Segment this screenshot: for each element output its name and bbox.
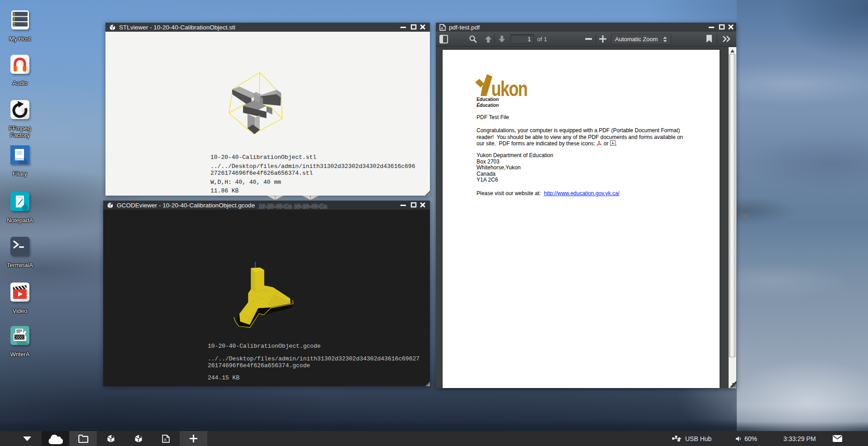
svg-text:ukon: ukon xyxy=(491,77,527,98)
svg-text:A: A xyxy=(441,26,443,30)
svg-text:A: A xyxy=(164,437,167,441)
